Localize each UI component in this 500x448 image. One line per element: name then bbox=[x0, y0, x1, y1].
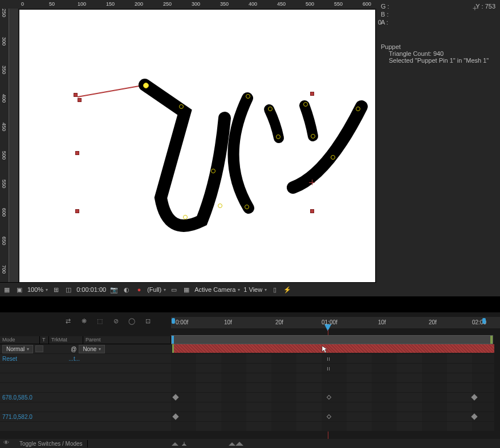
zoom-dropdown[interactable]: 100% bbox=[27, 286, 48, 293]
timeline-zoom[interactable] bbox=[171, 441, 244, 446]
puppet-pin-selected[interactable] bbox=[143, 83, 149, 88]
ruler-corner bbox=[0, 0, 18, 9]
property-row-reset[interactable]: Reset ...t... bbox=[0, 354, 500, 364]
layer-row[interactable]: Normal @ None bbox=[0, 344, 500, 354]
keyframe-hold-icon[interactable] bbox=[327, 414, 331, 419]
puppet-pin[interactable] bbox=[276, 135, 281, 139]
workarea-start-cap[interactable] bbox=[172, 318, 175, 324]
keyframe-hold-icon[interactable] bbox=[327, 395, 331, 400]
info-tri-value: 940 bbox=[433, 50, 444, 57]
puppet-pin[interactable] bbox=[218, 203, 222, 208]
camera-value: Active Camera bbox=[194, 286, 235, 293]
zoom-in-icon[interactable] bbox=[228, 441, 244, 446]
timeline-ruler[interactable]: 0:00f 10f 20f 01:00f 10f 20f 02:00 bbox=[171, 317, 500, 328]
viewport-area: 0 50 100 150 200 250 300 350 400 450 500… bbox=[0, 0, 376, 296]
puppet-pin[interactable] bbox=[183, 215, 188, 219]
reset-link[interactable]: Reset bbox=[2, 356, 17, 362]
position-value[interactable]: 771.0,582.0 bbox=[2, 414, 32, 420]
motion-blur-icon[interactable]: ⊘ bbox=[111, 316, 121, 325]
puppet-pin[interactable] bbox=[331, 155, 335, 160]
color-mgmt-icon[interactable]: ● bbox=[135, 285, 144, 294]
ruler-horizontal[interactable]: 0 50 100 150 200 250 300 350 400 450 500… bbox=[18, 0, 376, 9]
parent-dropdown[interactable]: None bbox=[79, 345, 105, 353]
ruler-tick: 700 bbox=[1, 265, 7, 274]
transparency-grid-icon[interactable]: ▣ bbox=[15, 285, 24, 294]
property-row bbox=[0, 364, 500, 373]
puppet-pin[interactable] bbox=[211, 169, 216, 173]
camera-dropdown[interactable]: Active Camera bbox=[194, 286, 240, 293]
work-area-bar[interactable] bbox=[171, 335, 493, 344]
ruler-tick: 250 bbox=[1, 9, 7, 17]
home-icon[interactable] bbox=[181, 441, 189, 446]
timeline-scrollbar[interactable] bbox=[494, 344, 500, 439]
ruler-tick: 450 bbox=[277, 1, 286, 7]
graph-editor-icon[interactable]: ⊡ bbox=[143, 316, 153, 325]
expression-text[interactable]: ...t... bbox=[69, 356, 80, 362]
keyframe-icon[interactable] bbox=[471, 394, 477, 400]
show-channel-icon[interactable]: ◐ bbox=[122, 285, 131, 294]
info-g-label: G : bbox=[381, 3, 389, 10]
render-queue-icon[interactable]: ❋ bbox=[79, 316, 89, 325]
pixel-aspect-icon[interactable]: ▯ bbox=[270, 285, 279, 294]
zoom-out-icon[interactable] bbox=[171, 441, 179, 446]
snapshot-icon[interactable]: 📷 bbox=[109, 285, 119, 294]
resolution-dropdown[interactable]: (Full) bbox=[147, 286, 166, 293]
switches-icon[interactable]: ⇄ bbox=[63, 316, 73, 325]
toggle-switches-button[interactable]: Toggle Switches / Modes bbox=[15, 440, 88, 447]
puppet-pin[interactable] bbox=[179, 104, 184, 109]
col-trkmat: TrkMat bbox=[49, 336, 83, 344]
view-dropdown[interactable]: 1 View bbox=[243, 286, 267, 293]
info-b-label: B : bbox=[381, 11, 388, 18]
viewport-footer: ▦ ▣ 100% ⊞ ◫ 0:00:01:00 📷 ◐ ● (Full) ▭ ▦… bbox=[0, 282, 376, 296]
zoom-value: 100% bbox=[27, 286, 43, 293]
time-mark: 10f bbox=[378, 319, 386, 325]
puppet-pin[interactable] bbox=[245, 205, 249, 209]
layer-bar[interactable] bbox=[172, 344, 499, 353]
ruler-vertical[interactable]: 250 300 350 400 450 500 550 600 650 700 bbox=[0, 9, 9, 282]
canvas-container bbox=[19, 10, 375, 282]
ruler-tick: 150 bbox=[106, 1, 115, 7]
timeline-columns-header: Mode T TrkMat Parent bbox=[0, 336, 171, 344]
info-y-value: 753 bbox=[485, 3, 495, 10]
pickwhip-icon[interactable]: @ bbox=[71, 346, 76, 352]
puppet-pin[interactable] bbox=[268, 107, 273, 111]
bbox-handle[interactable] bbox=[75, 151, 79, 155]
ruler-tick: 400 bbox=[1, 94, 7, 103]
col-t: T bbox=[40, 336, 49, 344]
track-matte-swatch[interactable] bbox=[35, 345, 43, 352]
shy-icon[interactable]: 👁 bbox=[3, 439, 11, 447]
position-value[interactable]: 678.0,585.0 bbox=[2, 394, 32, 401]
puppet-pin[interactable] bbox=[246, 94, 250, 99]
safe-zones-icon[interactable]: ⊞ bbox=[51, 285, 60, 294]
blend-mode-dropdown[interactable]: Normal bbox=[2, 345, 33, 353]
cursor-icon bbox=[322, 345, 328, 353]
info-panel: G : Y : 753 B : A :0 + Puppet Triangle C… bbox=[376, 0, 500, 296]
roi-icon[interactable]: ▭ bbox=[169, 285, 178, 294]
workarea-end-cap[interactable] bbox=[482, 318, 486, 324]
grid-icon[interactable]: ▦ bbox=[182, 285, 191, 294]
frame-blend-icon[interactable]: ◯ bbox=[127, 316, 137, 325]
3d-icon[interactable]: ⬚ bbox=[95, 316, 105, 325]
bbox-handle[interactable] bbox=[310, 209, 314, 213]
fast-preview-icon[interactable]: ⚡ bbox=[283, 285, 292, 294]
timecode-display[interactable]: 0:00:01:00 bbox=[76, 286, 106, 293]
ruler-tick: 500 bbox=[1, 151, 7, 160]
bbox-handle[interactable] bbox=[75, 209, 79, 213]
keyframe-icon[interactable] bbox=[172, 413, 178, 420]
parent-value: None bbox=[83, 346, 96, 352]
anchor-point-icon[interactable] bbox=[309, 180, 315, 185]
bbox-handle[interactable] bbox=[310, 92, 314, 96]
composition-canvas[interactable] bbox=[19, 10, 375, 282]
bbox-handle[interactable] bbox=[78, 98, 82, 102]
puppet-pin[interactable] bbox=[311, 134, 315, 139]
bbox-handle[interactable] bbox=[74, 93, 78, 97]
keyframe-icon[interactable] bbox=[172, 394, 178, 400]
property-row-position[interactable]: 678.0,585.0 bbox=[0, 393, 500, 402]
puppet-pin[interactable] bbox=[356, 107, 360, 111]
mask-icon[interactable]: ◫ bbox=[64, 285, 73, 294]
keyframe-icon[interactable] bbox=[471, 413, 477, 420]
property-row-position[interactable]: 771.0,582.0 bbox=[0, 412, 500, 422]
ruler-tick: 250 bbox=[163, 1, 172, 7]
puppet-pin[interactable] bbox=[303, 102, 308, 107]
always-preview-icon[interactable]: ▦ bbox=[2, 285, 11, 294]
